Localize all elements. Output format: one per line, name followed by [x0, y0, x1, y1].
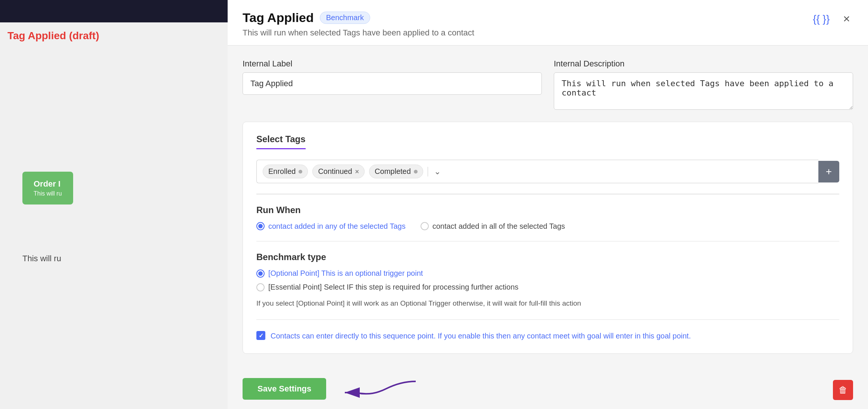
direct-entry-label: Contacts can enter directly to this sequ…: [271, 330, 691, 341]
curly-braces-button[interactable]: {{ }}: [810, 12, 833, 26]
arrow-annotation: [341, 378, 423, 400]
remove-continued-tag[interactable]: ×: [355, 168, 359, 175]
tags-dropdown-arrow[interactable]: ⌄: [428, 167, 447, 177]
divider3: [256, 319, 839, 320]
trash-icon: 🗑: [839, 385, 847, 395]
delete-button[interactable]: 🗑: [833, 380, 853, 400]
tag-chip-completed: Completed: [369, 165, 423, 178]
internal-label-title: Internal Label: [243, 59, 542, 69]
direct-entry-checkbox-row[interactable]: ✓ Contacts can enter directly to this se…: [256, 330, 839, 341]
run-when-option-any[interactable]: contact added in any of the selected Tag…: [256, 222, 406, 231]
modal-panel: Tag Applied Benchmark This will run when…: [228, 0, 868, 409]
modal-body: Internal Label Internal Description This…: [228, 46, 868, 369]
add-tag-icon: +: [826, 166, 832, 178]
radio-all-circle: [421, 222, 429, 230]
internal-label-group: Internal Label: [243, 59, 542, 110]
arrow-svg: [341, 378, 423, 400]
divider: [256, 194, 839, 194]
divider2: [256, 241, 839, 242]
internal-description-title: Internal Description: [554, 59, 853, 69]
radio-any-circle: [256, 222, 265, 230]
benchmark-optional-label: [Optional Point] This is an optional tri…: [268, 269, 423, 278]
run-when-section: Run When contact added in any of the sel…: [256, 205, 839, 231]
modal-title: Tag Applied: [243, 10, 314, 25]
benchmark-option-optional[interactable]: [Optional Point] This is an optional tri…: [256, 269, 839, 278]
benchmark-option-essential[interactable]: [Essential Point] Select IF this step is…: [256, 283, 839, 291]
select-tags-card: Select Tags Enrolled Continued × Complet…: [243, 122, 853, 354]
select-tags-section: Select Tags: [256, 134, 839, 149]
run-when-title: Run When: [256, 205, 839, 215]
tag-chip-enrolled: Enrolled: [263, 165, 308, 178]
select-tags-title: Select Tags: [256, 134, 306, 149]
internal-description-textarea[interactable]: This will run when selected Tags have be…: [554, 72, 853, 110]
benchmark-type-title: Benchmark type: [256, 252, 839, 262]
internal-label-input[interactable]: [243, 72, 542, 95]
benchmark-hint: If you select [Optional Point] it will w…: [256, 298, 839, 309]
run-when-radio-group: contact added in any of the selected Tag…: [256, 222, 839, 231]
checkmark-icon: ✓: [259, 332, 263, 339]
run-when-any-label: contact added in any of the selected Tag…: [268, 222, 406, 231]
benchmark-optional-circle: [256, 269, 265, 278]
modal-subtitle: This will run when selected Tags have be…: [243, 28, 474, 38]
direct-entry-checkbox[interactable]: ✓: [256, 331, 265, 340]
benchmark-essential-circle: [256, 283, 265, 291]
bg-tag-label: Tag Applied (draft): [7, 30, 224, 42]
tags-input-row[interactable]: Enrolled Continued × Completed ⌄ +: [256, 160, 839, 183]
benchmark-essential-label: [Essential Point] Select IF this step is…: [268, 283, 518, 291]
benchmark-type-section: Benchmark type [Optional Point] This is …: [256, 252, 839, 309]
save-settings-button[interactable]: Save Settings: [243, 378, 326, 400]
modal-header: Tag Applied Benchmark This will run when…: [228, 0, 868, 46]
run-when-all-label: contact added in all of the selected Tag…: [433, 222, 565, 231]
modal-title-row: Tag Applied Benchmark: [243, 10, 474, 25]
tags-input-area[interactable]: Enrolled Continued × Completed ⌄: [256, 160, 818, 183]
modal-title-area: Tag Applied Benchmark This will run when…: [243, 10, 474, 38]
close-button[interactable]: ×: [840, 10, 853, 27]
fields-row: Internal Label Internal Description This…: [243, 59, 853, 110]
modal-header-actions: {{ }} ×: [810, 10, 853, 27]
bg-this-will-label: This will ru: [22, 254, 61, 263]
benchmark-radio-group: [Optional Point] This is an optional tri…: [256, 269, 839, 291]
background-content: Tag Applied (draft): [0, 22, 231, 409]
benchmark-badge: Benchmark: [320, 12, 370, 24]
add-tag-button[interactable]: +: [818, 161, 839, 182]
modal-footer: Save Settings: [228, 369, 868, 409]
internal-description-group: Internal Description This will run when …: [554, 59, 853, 110]
run-when-option-all[interactable]: contact added in all of the selected Tag…: [421, 222, 565, 231]
tag-chip-continued: Continued ×: [312, 165, 365, 178]
bg-order-card: Order I This will ru: [22, 172, 73, 204]
